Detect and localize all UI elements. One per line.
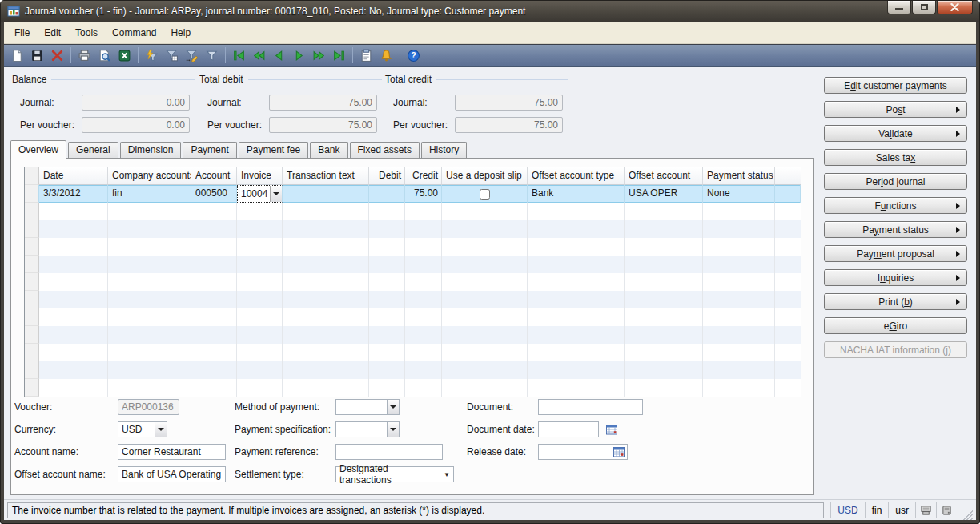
status-company[interactable]: fin	[865, 502, 889, 518]
functions-button[interactable]: Functions	[824, 197, 967, 214]
validate-button[interactable]: Validate	[824, 125, 967, 142]
voucher-field[interactable]	[118, 399, 179, 415]
print-preview-icon[interactable]	[95, 46, 114, 64]
inquiries-button[interactable]: Inquiries	[824, 269, 967, 286]
cell-company-accounts[interactable]: fin	[108, 185, 191, 203]
total-credit-journal-field[interactable]	[455, 95, 563, 111]
menu-file[interactable]: File	[7, 24, 37, 42]
row-selector[interactable]	[25, 220, 39, 238]
next-group-icon[interactable]	[310, 46, 328, 64]
table-row[interactable]	[25, 273, 801, 291]
row-selector[interactable]	[25, 291, 39, 308]
cell-offset-account[interactable]: USA OPER	[625, 185, 703, 203]
row-selector-header[interactable]	[25, 167, 39, 185]
balance-journal-field[interactable]	[82, 95, 190, 111]
tab-history[interactable]: History	[421, 142, 467, 158]
cell-payment-status[interactable]: None	[703, 185, 775, 203]
method-of-payment-dropdown-button[interactable]	[388, 399, 400, 415]
total-debit-per-voucher-field[interactable]	[269, 117, 377, 133]
save-icon[interactable]	[28, 46, 46, 64]
row-selector[interactable]	[25, 308, 39, 326]
filter-by-selection-icon[interactable]	[143, 46, 161, 64]
document-field[interactable]	[538, 399, 643, 415]
table-row-selected[interactable]: 3/3/2012 fin 000500 10004 75.00	[25, 185, 801, 203]
table-row[interactable]	[25, 361, 801, 379]
tab-dimension[interactable]: Dimension	[120, 142, 182, 158]
restore-button[interactable]	[912, 1, 936, 14]
column-header-credit[interactable]: Credit	[405, 167, 442, 185]
offset-account-name-field[interactable]	[118, 466, 226, 482]
column-header-payment-status[interactable]: Payment status	[703, 167, 775, 185]
release-date-field[interactable]	[538, 444, 628, 460]
tab-payment-fee[interactable]: Payment fee	[239, 142, 308, 158]
column-header-company-accounts[interactable]: Company accounts	[108, 167, 191, 185]
payment-reference-field[interactable]	[335, 444, 443, 460]
new-icon[interactable]	[8, 46, 26, 64]
row-selector[interactable]	[25, 238, 39, 256]
payment-specification-combobox[interactable]	[335, 421, 400, 437]
cell-offset-account-type[interactable]: Bank	[528, 185, 625, 203]
first-record-icon[interactable]	[230, 46, 248, 64]
settlement-type-combobox[interactable]: Designated transactions ▼	[335, 466, 454, 482]
table-row[interactable]	[25, 220, 801, 238]
column-header-invoice[interactable]: Invoice	[237, 167, 283, 185]
alerts-icon[interactable]	[377, 46, 396, 64]
currency-combobox[interactable]: USD	[118, 421, 167, 437]
previous-record-icon[interactable]	[270, 46, 288, 64]
cell-credit[interactable]: 75.00	[405, 185, 442, 203]
menu-help[interactable]: Help	[163, 24, 198, 42]
cell-account[interactable]: 000500	[191, 185, 237, 203]
filter-by-grid-icon[interactable]	[163, 46, 181, 64]
row-selector[interactable]	[25, 379, 39, 397]
table-row[interactable]	[25, 203, 801, 220]
filter-by-field-icon[interactable]	[183, 46, 201, 64]
sales-tax-button[interactable]: Sales tax	[824, 149, 967, 166]
column-header-account[interactable]: Account	[191, 167, 237, 185]
payment-specification-dropdown-button[interactable]	[388, 421, 400, 437]
print-icon[interactable]	[75, 46, 94, 64]
column-header-offset-account[interactable]: Offset account	[625, 167, 703, 185]
balance-per-voucher-field[interactable]	[82, 117, 190, 133]
resize-grip[interactable]	[960, 507, 973, 520]
table-row[interactable]	[25, 326, 801, 344]
document-handling-icon[interactable]	[357, 46, 376, 64]
row-selector[interactable]	[25, 361, 39, 379]
total-credit-per-voucher-field[interactable]	[455, 117, 563, 133]
delete-icon[interactable]	[48, 46, 66, 64]
help-icon[interactable]: ?	[404, 46, 423, 64]
table-row[interactable]	[25, 379, 801, 397]
payment-proposal-button[interactable]: Payment proposal	[824, 245, 967, 262]
tab-bank[interactable]: Bank	[310, 142, 347, 158]
egiro-button[interactable]: eGiro	[824, 317, 967, 334]
status-user[interactable]: usr	[888, 502, 915, 518]
column-header-date[interactable]: Date	[39, 167, 108, 185]
previous-group-icon[interactable]	[250, 46, 268, 64]
table-row[interactable]	[25, 238, 801, 256]
printer-icon[interactable]	[915, 502, 936, 518]
next-record-icon[interactable]	[290, 46, 308, 64]
method-of-payment-combobox[interactable]	[335, 399, 400, 415]
cell-debit[interactable]	[369, 185, 405, 203]
table-row[interactable]	[25, 256, 801, 273]
row-selector[interactable]	[25, 203, 39, 220]
tab-fixed-assets[interactable]: Fixed assets	[350, 142, 420, 158]
tab-payment[interactable]: Payment	[183, 142, 236, 158]
cell-transaction-text[interactable]	[283, 185, 369, 203]
last-record-icon[interactable]	[330, 46, 348, 64]
remove-filter-icon[interactable]	[203, 46, 221, 64]
row-selector[interactable]	[25, 273, 39, 291]
table-row[interactable]	[25, 308, 801, 326]
row-selector[interactable]	[25, 256, 39, 273]
table-row[interactable]	[25, 344, 801, 361]
table-row[interactable]	[25, 291, 801, 308]
export-to-excel-icon[interactable]	[115, 46, 134, 64]
menu-command[interactable]: Command	[105, 24, 163, 42]
edit-customer-payments-button[interactable]: Edit customer payments	[824, 77, 967, 94]
status-currency[interactable]: USD	[830, 502, 864, 518]
column-header-offset-account-type[interactable]: Offset account type	[528, 167, 625, 185]
account-name-field[interactable]	[118, 444, 226, 460]
column-header-use-a-deposit-slip[interactable]: Use a deposit slip	[442, 167, 528, 185]
database-icon[interactable]	[936, 502, 957, 518]
invoice-combobox[interactable]: 10004	[237, 185, 283, 203]
tab-general[interactable]: General	[68, 142, 118, 158]
